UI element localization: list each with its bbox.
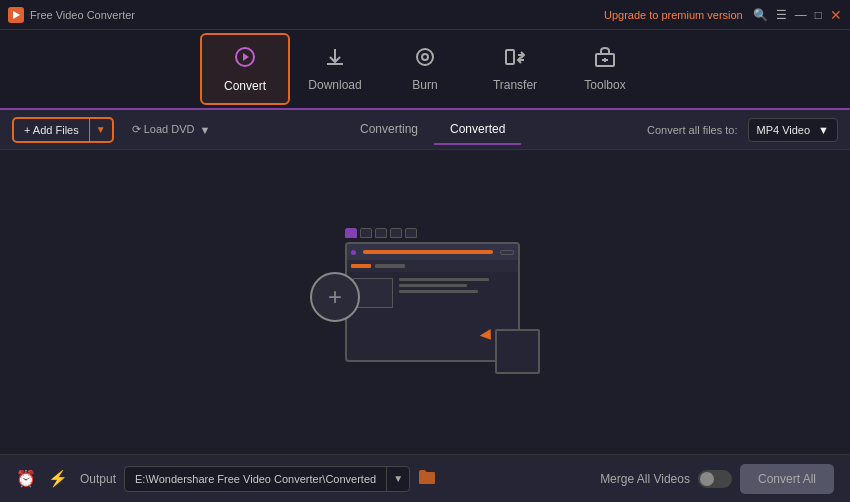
- search-icon[interactable]: 🔍: [753, 9, 768, 21]
- illus-tab-2: [360, 228, 372, 238]
- nav-toolbox[interactable]: Toolbox: [560, 33, 650, 105]
- svg-marker-0: [13, 11, 20, 19]
- menu-icon[interactable]: ☰: [776, 9, 787, 21]
- convert-all-label: Convert all files to:: [647, 124, 737, 136]
- svg-rect-5: [506, 50, 514, 64]
- illus-tab-bar: [345, 228, 417, 238]
- illus-controls: [500, 250, 514, 255]
- add-circle-icon[interactable]: +: [310, 272, 360, 322]
- add-files-main[interactable]: + Add Files: [14, 119, 90, 141]
- boost-icon[interactable]: ⚡: [48, 469, 68, 488]
- schedule-icon[interactable]: ⏰: [16, 469, 36, 488]
- add-files-button[interactable]: + Add Files ▼: [12, 117, 114, 143]
- nav-download-label: Download: [308, 78, 361, 92]
- transfer-icon: [504, 46, 526, 72]
- empty-state: +: [330, 242, 520, 362]
- illus-tab-5: [405, 228, 417, 238]
- bottom-bar: ⏰ ⚡ Output E:\Wondershare Free Video Con…: [0, 454, 850, 502]
- nav-convert[interactable]: Convert: [200, 33, 290, 105]
- app-icon: [8, 7, 24, 23]
- illustration: [345, 242, 520, 362]
- merge-toggle[interactable]: [698, 470, 732, 488]
- illus-tab-3: [375, 228, 387, 238]
- merge-label: Merge All Videos: [600, 472, 690, 486]
- illus-dot-1: [351, 250, 356, 255]
- illus-titlebar: [347, 244, 518, 260]
- nav-bar: Convert Download Burn Transfer: [0, 30, 850, 110]
- output-path-wrapper[interactable]: E:\Wondershare Free Video Converter\Conv…: [124, 466, 410, 492]
- download-icon: [324, 46, 346, 72]
- app-title-area: Free Video Converter: [8, 7, 135, 23]
- illus-overlay-window: [495, 329, 540, 374]
- upgrade-link[interactable]: Upgrade to premium version: [604, 9, 743, 21]
- output-section: Output E:\Wondershare Free Video Convert…: [80, 466, 588, 492]
- add-files-dropdown-arrow[interactable]: ▼: [90, 119, 112, 141]
- nav-toolbox-label: Toolbox: [584, 78, 625, 92]
- format-dropdown-arrow: ▼: [818, 124, 829, 136]
- title-bar: Free Video Converter Upgrade to premium …: [0, 0, 850, 30]
- toggle-knob: [700, 472, 714, 486]
- convert-all-button[interactable]: Convert All: [740, 464, 834, 494]
- illus-menubar: [347, 260, 518, 272]
- output-label: Output: [80, 472, 116, 486]
- svg-point-4: [422, 54, 428, 60]
- close-button[interactable]: ✕: [830, 8, 842, 22]
- folder-icon[interactable]: [418, 469, 436, 489]
- nav-transfer-label: Transfer: [493, 78, 537, 92]
- tab-converted[interactable]: Converted: [434, 115, 521, 145]
- window-controls: 🔍 ☰ — □ ✕: [753, 8, 842, 22]
- minimize-button[interactable]: —: [795, 9, 807, 21]
- toolbar-tabs: Converting Converted: [228, 115, 637, 145]
- output-dropdown-arrow[interactable]: ▼: [386, 467, 409, 491]
- tab-converting[interactable]: Converting: [344, 115, 434, 145]
- toolbox-icon: [594, 46, 616, 72]
- format-value: MP4 Video: [757, 124, 811, 136]
- illus-text-lines: [399, 278, 512, 308]
- format-dropdown[interactable]: MP4 Video ▼: [748, 118, 839, 142]
- nav-burn-label: Burn: [412, 78, 437, 92]
- load-dvd-label: ⟳ Load DVD: [132, 123, 195, 136]
- svg-point-3: [417, 49, 433, 65]
- title-bar-right: Upgrade to premium version 🔍 ☰ — □ ✕: [604, 8, 842, 22]
- illus-tab-1: [345, 228, 357, 238]
- illus-menu-1: [351, 264, 371, 268]
- maximize-button[interactable]: □: [815, 9, 822, 21]
- app-title: Free Video Converter: [30, 9, 135, 21]
- merge-section: Merge All Videos Convert All: [600, 464, 834, 494]
- illus-cursor: [480, 326, 495, 340]
- nav-burn[interactable]: Burn: [380, 33, 470, 105]
- main-content: +: [0, 150, 850, 454]
- load-dvd-button[interactable]: ⟳ Load DVD ▼: [124, 117, 219, 143]
- illus-content: [347, 272, 518, 314]
- toolbar: + Add Files ▼ ⟳ Load DVD ▼ Converting Co…: [0, 110, 850, 150]
- load-dvd-arrow: ▼: [199, 124, 210, 136]
- nav-download[interactable]: Download: [290, 33, 380, 105]
- add-files-label: + Add Files: [24, 124, 79, 136]
- illus-window: [345, 242, 520, 362]
- svg-marker-2: [243, 53, 249, 61]
- output-path: E:\Wondershare Free Video Converter\Conv…: [125, 473, 386, 485]
- burn-icon: [414, 46, 436, 72]
- convert-icon: [233, 45, 257, 73]
- nav-convert-label: Convert: [224, 79, 266, 93]
- illus-tab-4: [390, 228, 402, 238]
- nav-transfer[interactable]: Transfer: [470, 33, 560, 105]
